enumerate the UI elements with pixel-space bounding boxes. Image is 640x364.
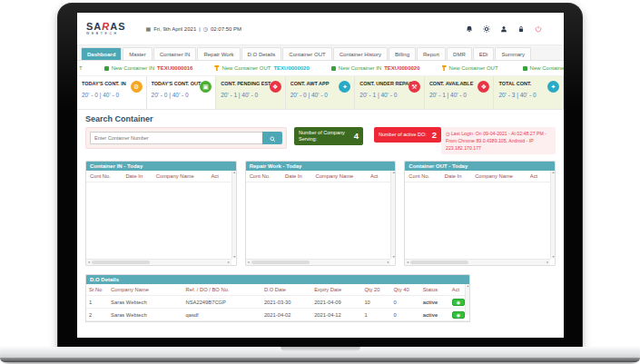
logo-text: SA <box>86 21 102 32</box>
col-ref-do-bo: Ref. / DO / BO No. <box>182 284 261 296</box>
tab-billing[interactable]: Billing <box>389 47 416 60</box>
power-icon[interactable] <box>535 25 542 33</box>
ticker-label: New Container OUT <box>449 65 498 71</box>
user-icon[interactable] <box>500 25 507 33</box>
scroll-down-icon: ▼ <box>551 255 556 259</box>
company-serving-box: Number of Company Serving: 4 <box>294 127 363 145</box>
col-date-in: Date In <box>445 173 475 179</box>
ticker-item[interactable]: New Container OUT <box>442 65 501 71</box>
header-datetime: ▦ Fri, 9th April 2021 | ◷ 02:07:50 PM <box>146 25 242 32</box>
nav-tabs: Dashboard Master Container IN Repair Wor… <box>77 45 564 61</box>
tab-master[interactable]: Master <box>123 47 152 60</box>
company-serving-label: Number of Company Serving: <box>299 130 351 143</box>
search-input[interactable] <box>90 132 262 144</box>
panel-title: Repair Work - Today <box>246 162 396 171</box>
scroll-up-icon: ▲ <box>551 171 556 174</box>
cell-company: Saras Webtech <box>108 296 182 309</box>
tab-summary[interactable]: Summary <box>495 47 531 60</box>
col-cont-no: Cont No. <box>90 173 125 179</box>
lock-icon[interactable] <box>517 25 525 33</box>
ticker-fragment: T <box>79 65 83 71</box>
search-button[interactable] <box>262 132 282 144</box>
tab-repair-work[interactable]: Repair Work <box>197 47 240 60</box>
tab-container-out[interactable]: Container OUT <box>282 47 331 60</box>
view-do-button[interactable]: ◉ <box>452 311 465 319</box>
ticker-item[interactable]: New Container OUT TEXU0000020 <box>214 65 309 71</box>
tab-edi[interactable]: EDi <box>473 47 495 60</box>
cell-qty20: 10 <box>361 296 390 309</box>
col-act: Act <box>530 173 546 179</box>
col-date-in: Date In <box>285 173 315 179</box>
scroll-down-icon: ▼ <box>391 255 396 259</box>
logo-subtitle: WEBTECH <box>86 33 126 36</box>
tab-dmr[interactable]: DMR <box>447 47 472 60</box>
panel-title: Container OUT - Today <box>405 162 555 171</box>
eye-icon: ◉ <box>457 300 460 305</box>
search-box <box>85 127 287 149</box>
vertical-scrollbar[interactable]: ▲ <box>465 284 469 315</box>
table-row: 1 Saras Webtech NSA2249B7CGP 2021-03-30 … <box>86 296 469 309</box>
ticker-item[interactable]: New Container IN TEXU0000020 <box>331 65 420 71</box>
active-do-box: Number of active DO: 2 <box>374 127 441 143</box>
col-act: Act <box>211 173 227 179</box>
pending-estimate-icon: ❖ <box>270 81 281 93</box>
do-details-section: D.O Details Sr.No Company Name Ref. / DO… <box>77 266 564 322</box>
tab-container-in[interactable]: Container IN <box>153 47 197 60</box>
vertical-scrollbar[interactable]: ▲▼ <box>390 171 395 259</box>
container-out-icon <box>442 65 447 71</box>
table-row: 2 Saras Webtech qasdf 2021-04-02 2021-04… <box>86 309 469 321</box>
vertical-scrollbar[interactable]: ▲▼ <box>231 171 236 259</box>
horizontal-scrollbar[interactable]: ◄► <box>405 259 550 265</box>
search-icon <box>270 132 276 145</box>
scroll-up-icon: ▲ <box>391 171 396 174</box>
cell-sr-no: 2 <box>86 309 108 321</box>
settings-gear-icon[interactable] <box>483 25 490 33</box>
col-qty-40: Qty 40 <box>391 284 420 296</box>
cell-do-date: 2021-04-02 <box>261 309 311 321</box>
tab-do-details[interactable]: D.O Details <box>241 47 282 60</box>
notification-bell-icon[interactable] <box>466 25 473 33</box>
last-login-info: ◷ Last Login: On 09-04-2021 - At 02:48:2… <box>441 127 556 154</box>
scrollbar-thumb[interactable] <box>251 261 310 264</box>
scroll-left-icon: ◄ <box>247 261 250 264</box>
cell-qty20: 1 <box>361 309 390 321</box>
clock-icon: ◷ <box>446 131 450 136</box>
scrollbar-thumb[interactable] <box>92 261 150 264</box>
news-ticker: T New Container IN TEXU0000016 New Conta… <box>77 61 564 76</box>
vertical-scrollbar[interactable]: ▲▼ <box>550 171 555 259</box>
scroll-left-icon: ◄ <box>406 261 409 264</box>
total-containers-icon: ✦ <box>547 81 559 93</box>
cell-expiry: 2021-04-09 <box>311 296 361 309</box>
stat-card-total: TOTAL CONT. 20' - 3 | 40' - 0 ✦ <box>494 76 564 109</box>
tab-dashboard[interactable]: Dashboard <box>81 47 122 60</box>
search-heading: Search Container <box>85 114 556 123</box>
scroll-up-icon: ▲ <box>466 284 470 288</box>
stat-value: 20' - 1 | 40' - 0 <box>429 92 490 98</box>
ticker-item[interactable]: New Container IN TEXU0000015 <box>523 65 564 71</box>
col-company-name: Company Name <box>475 173 530 179</box>
horizontal-scrollbar[interactable]: ◄► <box>246 259 391 265</box>
datetime-separator: | <box>199 26 201 32</box>
panel-container-in-today: Container IN - Today Cont No. Date In Co… <box>85 161 237 266</box>
col-qty-20: Qty 20 <box>361 284 390 296</box>
tab-container-history[interactable]: Container History <box>333 47 388 60</box>
cell-ref: NSA2249B7CGP <box>182 296 261 309</box>
laptop-mockup: SARAS WEBTECH ▦ Fri, 9th April 2021 | ◷ … <box>0 0 640 364</box>
clock-icon: ◷ <box>203 25 208 32</box>
laptop-bezel: SARAS WEBTECH ▦ Fri, 9th April 2021 | ◷ … <box>57 3 583 349</box>
panel-body-empty <box>246 182 396 253</box>
ticker-item[interactable]: New Container IN TEXU0000016 <box>104 65 193 71</box>
cell-company: Saras Webtech <box>108 309 182 321</box>
cell-expiry: 2021-04-12 <box>311 309 361 321</box>
ticker-label: New Container IN <box>530 65 564 71</box>
scrollbar-thumb[interactable] <box>410 261 468 264</box>
do-details-panel: D.O Details Sr.No Company Name Ref. / DO… <box>85 274 470 322</box>
col-cont-no: Cont No. <box>250 173 285 179</box>
view-do-button[interactable]: ◉ <box>452 299 465 306</box>
ticker-container-id: TEXU0000020 <box>273 65 309 71</box>
container-in-icon <box>104 66 109 71</box>
horizontal-scrollbar[interactable]: ◄► <box>86 259 231 265</box>
active-do-value: 2 <box>432 130 437 140</box>
tab-report[interactable]: Report <box>417 47 446 60</box>
scroll-down-icon: ▼ <box>232 255 237 259</box>
